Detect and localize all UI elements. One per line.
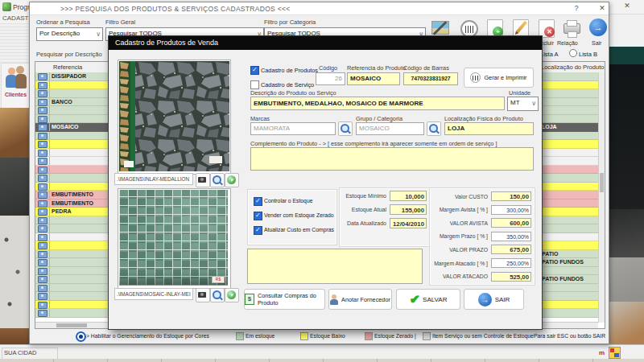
data-atualizado-label: Data Atualizado (341, 220, 390, 226)
vender-label: Vender com Estoque Zerado (264, 212, 334, 218)
descricao-label: Descrição do Produto ou Serviço (250, 89, 336, 97)
camera-icon (35, 166, 50, 174)
menu-bar: CADASTROS (0, 14, 29, 23)
camera-button[interactable] (196, 173, 210, 187)
price-panel: Valor CUSTO150,00Margem Avista [ % ]300,… (429, 187, 535, 286)
dialog-titlebar[interactable]: Cadastro de Produtos de Venda (109, 36, 542, 50)
price-field[interactable]: 300,00% (491, 205, 531, 215)
load-image-button[interactable]: ▾ (225, 173, 239, 187)
checkbox-vender-zerado[interactable] (254, 212, 262, 220)
clientes-button[interactable]: Clientes (1, 63, 31, 109)
radio-icon (569, 49, 577, 57)
price-tag: R$ (212, 276, 225, 283)
camera-icon (35, 123, 50, 131)
exit-icon[interactable]: → (589, 19, 607, 36)
checkbox-atualizar-custo[interactable] (254, 226, 262, 235)
camera-icon (35, 301, 50, 309)
cell-referencia: BANCO (52, 99, 113, 105)
camera-icon (35, 72, 50, 80)
marcas-search-button[interactable] (338, 121, 353, 136)
chevron-down-icon: ∨ (96, 29, 101, 40)
barras-field[interactable]: 7470323831927 (403, 72, 458, 85)
barras-label: Código de Barras (403, 64, 449, 72)
tray-icon[interactable] (609, 347, 621, 359)
legend-gray-square (423, 332, 431, 340)
print-icon[interactable] (561, 19, 582, 39)
image-path-1[interactable]: .\IMAGENS\INLAY-MEDALLION (114, 173, 193, 185)
marcas-field[interactable]: MAMORATA (250, 122, 336, 135)
magnifier-button[interactable] (210, 288, 225, 302)
camera-button[interactable] (196, 288, 210, 302)
legend-low: Estoque Baixo (310, 333, 345, 339)
menu-cadastros[interactable]: CADASTROS (2, 14, 30, 22)
camera-icon (35, 174, 50, 182)
magnifier-button[interactable] (210, 173, 225, 187)
sair-label: Sair (592, 40, 601, 46)
descricao-field[interactable]: EMBUTIMENTO, MEDALHAO, MOSAICO DE MARMOR… (250, 97, 505, 110)
estoque-minimo-field[interactable]: 10,000 (390, 191, 427, 201)
price-field[interactable]: 525,00 (491, 272, 531, 282)
estoque-atual-field[interactable]: 155,000 (390, 204, 427, 215)
legend-toggle-label[interactable]: > Habilitar o Gerenciamento do Estoque p… (86, 333, 209, 339)
price-field[interactable]: 675,00 (491, 245, 531, 254)
search-by-description-label: Pesquisar por Descrição (36, 51, 102, 58)
localizacao-field[interactable]: LOJA (444, 122, 534, 135)
legend-yellow-square (300, 332, 308, 340)
radio-lista-b[interactable]: Lista B (569, 49, 597, 58)
order-select[interactable]: Por Descrição∨ (36, 27, 103, 41)
search-window-titlebar: >>> PESQUISA DOS PRODUTOS & SERVIÇOS CAD… (30, 2, 609, 15)
sair-button[interactable]: → SAIR (464, 289, 524, 310)
camera-icon (35, 132, 50, 140)
price-field[interactable]: 350,00% (491, 232, 531, 241)
camera-icon (35, 89, 50, 97)
cell-referencia: EMBUTIMENTO (52, 200, 113, 206)
price-row: VALOR AVISTA600,00 (431, 218, 531, 228)
gerar-imprimir-button[interactable]: Gerar e Imprimir (464, 68, 534, 88)
desktop: Programa ✕ CADASTROS Clientes SUA CIDAD … (0, 0, 644, 362)
stock-options-panel: Controlar o Estoque Vender com Estoque Z… (247, 189, 337, 245)
image-path-2[interactable]: .\IMAGENS\MOSAIC-INLAY-MEI (114, 288, 193, 300)
price-label: Margem Avista [ % ] (431, 207, 491, 212)
salvar-button[interactable]: ✔ SALVAR (396, 289, 460, 310)
grupo-field[interactable]: MOSAICO (356, 122, 424, 135)
consultar-compras-button[interactable]: $ Consultar Compras do Produto (244, 289, 325, 310)
legend-exit-hint: Para sair ESC ou botão SAIR (534, 333, 605, 339)
help-icon[interactable]: ? (571, 4, 582, 12)
camera-icon (35, 200, 50, 208)
legend-red-square (365, 332, 373, 340)
referencia-field[interactable]: MOSAICO (347, 72, 400, 85)
anotar-fornecedor-button[interactable]: Anotar Fornecedor (328, 289, 392, 310)
checkbox-controlar-estoque[interactable] (254, 197, 262, 206)
load-image-button[interactable]: ▾ (225, 288, 239, 302)
price-label: Valor CUSTO (431, 194, 491, 200)
unidade-select[interactable]: MT∨ (507, 97, 539, 111)
estoque-atual-label: Estoque Atual (341, 207, 390, 212)
grupo-search-button[interactable] (427, 121, 441, 136)
info-icon[interactable] (76, 331, 86, 342)
order-label: Ordenar a Pesquisa (36, 19, 90, 26)
notes-field[interactable] (247, 249, 423, 284)
price-field[interactable]: 150,00 (491, 191, 531, 201)
close-icon[interactable]: ✕ (597, 4, 608, 12)
checkbox-cadastro-servico[interactable] (250, 80, 259, 89)
localizacao-label: Localização Física do Produto (444, 115, 523, 122)
vertical-scrollbar[interactable] (598, 72, 605, 323)
chevron-down-icon: ∨ (531, 98, 536, 109)
price-row: Margem Atacado [ % ]250,00% (431, 258, 531, 269)
price-field[interactable]: 250,00% (491, 258, 531, 268)
barcode-icon (470, 72, 481, 83)
complemento-field[interactable] (250, 147, 534, 171)
camera-icon (35, 157, 50, 165)
price-label: Margem Prazo [ % ] (431, 233, 491, 239)
atualizar-label: Atualizar Custo em Compras (264, 227, 334, 232)
camera-icon (35, 183, 50, 191)
checkbox-cadastro-produtos[interactable] (250, 66, 259, 75)
marcas-label: Marcas (250, 115, 270, 122)
data-atualizado-field[interactable]: 12/04/2010 (390, 218, 427, 228)
close-icon[interactable]: ✕ (621, 2, 634, 12)
grupo-label: Grupo / Categoria (356, 115, 402, 122)
cell-referencia: EMBUTIMENTO (52, 191, 113, 197)
camera-icon (35, 258, 50, 266)
status-city: SUA CIDAD (2, 348, 58, 360)
price-field[interactable]: 600,00 (491, 218, 531, 228)
